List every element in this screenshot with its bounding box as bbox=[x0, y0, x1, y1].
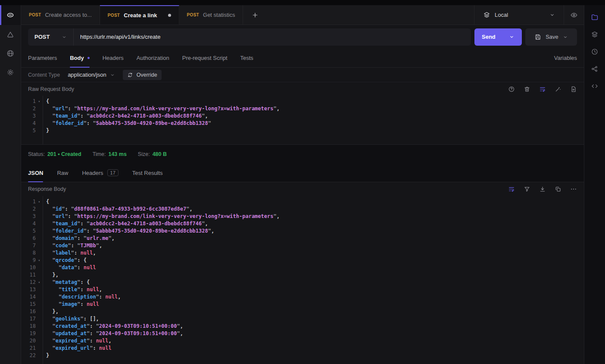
copy-icon[interactable] bbox=[555, 186, 561, 193]
response-body-editor[interactable]: 1▾{2 "id": "d88f0861-6ba7-4933-b992-6cc3… bbox=[21, 196, 584, 364]
request-tab-create-access[interactable]: POST Create access to... bbox=[21, 5, 100, 25]
tab-json[interactable]: JSON bbox=[28, 164, 43, 182]
code-line: 17 "geolinks": [], bbox=[21, 315, 584, 323]
request-tab-get-statistics[interactable]: POST Get statistics bbox=[179, 5, 243, 25]
environment-selector[interactable]: Local bbox=[474, 5, 564, 25]
request-tabstrip: POST Create access to... POST Create a l… bbox=[21, 5, 584, 25]
tab-tests[interactable]: Tests bbox=[240, 49, 253, 67]
tab-raw[interactable]: Raw bbox=[57, 164, 68, 182]
new-tab-button[interactable] bbox=[243, 5, 267, 25]
request-body-editor[interactable]: 1▾{2 "url": "https://my-brand.com/link-v… bbox=[21, 96, 584, 145]
magic-wand-icon[interactable] bbox=[555, 86, 561, 93]
fold-toggle-icon[interactable]: ▾ bbox=[36, 257, 43, 264]
download-icon[interactable] bbox=[539, 186, 546, 193]
wrap-text-icon[interactable] bbox=[508, 186, 515, 193]
fold-spacer bbox=[36, 301, 43, 308]
fold-spacer bbox=[36, 352, 43, 359]
size-value: 480 B bbox=[153, 151, 167, 157]
fold-spacer bbox=[36, 293, 43, 301]
fold-toggle-icon[interactable]: ▾ bbox=[36, 98, 43, 105]
line-number: 4 bbox=[21, 120, 36, 127]
code-line: 5 "folder_id": "5abbb475-35d0-4920-89be-… bbox=[21, 227, 584, 235]
sidebar-item-settings[interactable] bbox=[0, 63, 21, 82]
line-number: 21 bbox=[21, 345, 36, 352]
code-text: "folder_id": "5abbb475-35d0-4920-89be-e2… bbox=[43, 227, 214, 235]
code-line: 22} bbox=[21, 352, 584, 359]
left-sidebar bbox=[0, 5, 21, 364]
save-button[interactable]: Save bbox=[525, 28, 577, 46]
wrap-text-icon[interactable] bbox=[539, 86, 546, 93]
code-line: 2 "id": "d88f0861-6ba7-4933-b992-6cc3087… bbox=[21, 205, 584, 213]
code-line: 5} bbox=[21, 127, 584, 134]
method-label: POST bbox=[108, 13, 120, 18]
request-body-toolbar bbox=[508, 86, 577, 93]
fold-toggle-icon[interactable]: ▾ bbox=[36, 279, 43, 286]
response-section-tabs: JSON Raw Headers17 Test Results bbox=[21, 164, 584, 182]
fold-spacer bbox=[36, 120, 43, 127]
status-group: Status: 201 • Created bbox=[28, 151, 81, 157]
save-icon bbox=[534, 34, 541, 40]
tab-authorization[interactable]: Authorization bbox=[137, 49, 169, 67]
preview-environment-button[interactable] bbox=[564, 5, 584, 25]
code-line: 3 "team_id": "acb0dcc2-b4e2-4718-a003-db… bbox=[21, 112, 584, 120]
line-number: 1 bbox=[21, 198, 36, 205]
unsaved-dot bbox=[168, 14, 171, 17]
tab-body[interactable]: Body bbox=[70, 49, 90, 67]
sidebar-item-environments-panel[interactable] bbox=[584, 26, 605, 43]
fold-spacer bbox=[36, 308, 43, 315]
sidebar-item-history-panel[interactable] bbox=[584, 43, 605, 60]
send-button[interactable]: Send bbox=[474, 28, 522, 46]
tab-response-headers[interactable]: Headers17 bbox=[82, 164, 118, 182]
url-input[interactable]: https://urlr.me/api/v1/links/create bbox=[74, 34, 167, 40]
url-bar: POST https://urlr.me/api/v1/links/create… bbox=[21, 25, 584, 49]
layers-icon bbox=[483, 11, 490, 19]
help-icon[interactable] bbox=[508, 86, 515, 93]
folder-icon bbox=[591, 13, 599, 21]
code-text: "description": null, bbox=[43, 293, 121, 301]
request-tab-create-a-link[interactable]: POST Create a link bbox=[100, 5, 179, 25]
fold-spacer bbox=[36, 220, 43, 227]
override-button[interactable]: Override bbox=[123, 70, 162, 80]
code-text: "metatag": { bbox=[43, 279, 90, 286]
tab-headers[interactable]: Headers bbox=[103, 49, 124, 67]
tab-pre-request-script[interactable]: Pre-request Script bbox=[182, 49, 228, 67]
sidebar-item-api-spec[interactable] bbox=[0, 25, 21, 44]
trash-icon[interactable] bbox=[524, 86, 530, 93]
code-text: "url": "https://my-brand.com/link-very-v… bbox=[43, 213, 280, 220]
filter-icon[interactable] bbox=[524, 186, 530, 193]
environment-name: Local bbox=[495, 12, 508, 18]
sidebar-item-collections[interactable] bbox=[0, 5, 21, 25]
code-line: 18 "created_at": "2024-09-03T09:10:51+00… bbox=[21, 323, 584, 330]
fold-spacer bbox=[36, 235, 43, 242]
file-import-icon[interactable] bbox=[570, 86, 577, 93]
method-label: POST bbox=[29, 12, 41, 17]
more-options-icon[interactable] bbox=[570, 186, 577, 193]
line-number: 16 bbox=[21, 308, 36, 315]
line-number: 18 bbox=[21, 323, 36, 330]
variables-link[interactable]: Variables bbox=[554, 55, 577, 61]
sidebar-item-environments[interactable] bbox=[0, 44, 21, 63]
chevron-down-icon bbox=[549, 12, 555, 18]
topbar-right: Local bbox=[474, 5, 584, 25]
line-number: 12 bbox=[21, 279, 36, 286]
code-line: 3 "url": "https://my-brand.com/link-very… bbox=[21, 213, 584, 220]
content-type-select[interactable]: application/json bbox=[68, 72, 115, 78]
tab-test-results[interactable]: Test Results bbox=[132, 164, 163, 182]
url-container: POST https://urlr.me/api/v1/links/create bbox=[28, 28, 471, 46]
line-number: 9 bbox=[21, 257, 36, 264]
tab-parameters[interactable]: Parameters bbox=[28, 49, 57, 67]
code-line: 7 "code": "TJMBb", bbox=[21, 242, 584, 249]
gutter-divider bbox=[43, 96, 43, 144]
fold-spacer bbox=[36, 286, 43, 293]
gutter-divider bbox=[43, 196, 43, 364]
time-group: Time: 143 ms bbox=[93, 151, 127, 157]
main-column: POST Create access to... POST Create a l… bbox=[21, 5, 584, 364]
app-window: POST Create access to... POST Create a l… bbox=[0, 0, 605, 364]
sidebar-item-collection-panel[interactable] bbox=[584, 9, 605, 26]
http-method-select[interactable]: POST bbox=[28, 28, 74, 46]
sidebar-item-share-panel[interactable] bbox=[584, 60, 605, 78]
fold-toggle-icon[interactable]: ▾ bbox=[36, 198, 43, 205]
line-number: 5 bbox=[21, 227, 36, 235]
sidebar-item-code-panel[interactable] bbox=[584, 78, 605, 95]
time-label: Time: bbox=[93, 151, 106, 157]
